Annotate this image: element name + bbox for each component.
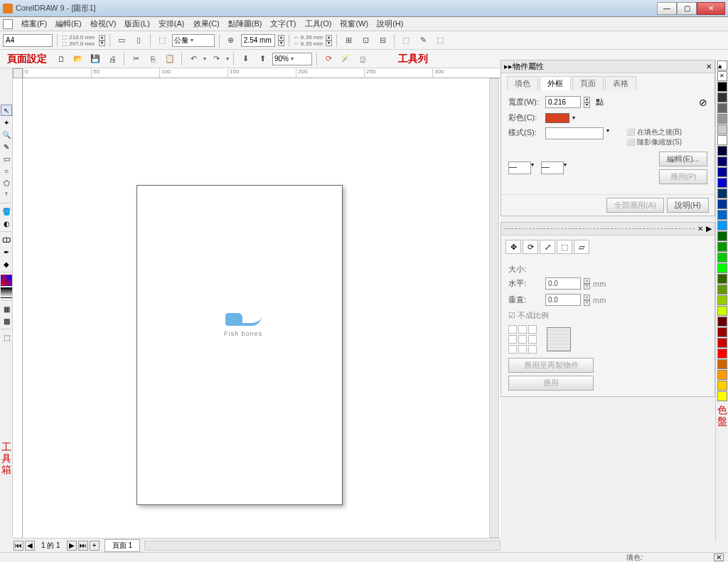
snap-button[interactable]: ⊡ xyxy=(358,33,373,48)
position-mode[interactable]: ✥ xyxy=(505,240,521,254)
h-input[interactable] xyxy=(545,277,581,290)
next-page-button[interactable]: ▶ xyxy=(67,541,77,551)
ruler-origin[interactable] xyxy=(13,68,23,78)
palette-swatch[interactable] xyxy=(717,146,727,156)
behind-fill-checkbox[interactable]: ⬜ 在填色之後(B) xyxy=(626,127,682,137)
palette-swatch[interactable] xyxy=(717,135,727,145)
v-spinner[interactable]: ▴▾ xyxy=(584,295,590,306)
palette-swatch[interactable]: ✕ xyxy=(717,71,727,81)
new-button[interactable]: 🗋 xyxy=(54,52,68,66)
palette-swatch[interactable] xyxy=(717,178,727,188)
copy-button[interactable]: ⎘ xyxy=(146,52,160,66)
minimize-button[interactable]: — xyxy=(657,2,677,15)
anchor-grid[interactable] xyxy=(508,325,537,354)
scale-checkbox[interactable]: ⬜ 隨影像縮放(S) xyxy=(626,137,682,147)
outline-width-input[interactable] xyxy=(545,96,581,108)
transform-titlebar[interactable]: ✕ ▶ xyxy=(501,223,714,235)
ruler-horizontal[interactable]: 050100 150200250300 xyxy=(23,68,500,78)
palette-swatch[interactable] xyxy=(717,327,727,337)
first-page-button[interactable]: ⏮ xyxy=(14,541,23,551)
interactive-trans-tool[interactable]: ◐ xyxy=(1,218,12,229)
palette-swatch[interactable] xyxy=(717,199,727,209)
misc1-button[interactable]: ⬚ xyxy=(399,33,413,48)
end-arrow-combo[interactable]: — xyxy=(541,161,564,174)
size-mode[interactable]: ⬚ xyxy=(557,240,572,254)
palette-swatch[interactable] xyxy=(717,317,727,327)
menu-layout[interactable]: 版面(L) xyxy=(120,17,154,31)
palette-swatch[interactable] xyxy=(717,349,727,359)
tab-table[interactable]: 表格 xyxy=(605,76,636,90)
palette-scroll-up[interactable]: ▴ xyxy=(717,60,727,70)
tab-outline[interactable]: 外框 xyxy=(540,76,571,90)
menu-help[interactable]: 說明(H) xyxy=(373,17,407,31)
scale-mode[interactable]: ⤢ xyxy=(540,240,555,254)
vertical-scrollbar[interactable] xyxy=(489,78,499,538)
landscape-button[interactable]: ▯ xyxy=(132,33,146,48)
menu-arrange[interactable]: 安排(A) xyxy=(154,17,189,31)
palette-swatch[interactable] xyxy=(717,306,727,316)
shape-tool[interactable]: ✦ xyxy=(1,117,12,128)
wizard-button[interactable]: 🪄 xyxy=(338,52,353,66)
palette-swatch[interactable] xyxy=(717,103,727,113)
ruler-vertical[interactable] xyxy=(13,78,23,538)
palette-swatch[interactable] xyxy=(717,295,727,305)
color-swatch-2[interactable] xyxy=(1,287,12,298)
menu-window[interactable]: 視窗(W) xyxy=(336,17,373,31)
misc2-button[interactable]: ✎ xyxy=(416,33,430,48)
palette-swatch[interactable] xyxy=(717,92,727,102)
refresh-button[interactable]: ⟳ xyxy=(321,52,336,66)
pattern-tool[interactable]: ▦ xyxy=(1,303,12,314)
interactive-fill-tool[interactable]: 🪣 xyxy=(1,206,12,217)
width-spinner[interactable]: ▴▾ xyxy=(584,97,590,108)
transform-close-icon[interactable]: ✕ xyxy=(697,225,703,233)
palette-swatch[interactable] xyxy=(717,82,727,92)
palette-swatch[interactable] xyxy=(717,124,727,134)
ellipse-tool[interactable]: ○ xyxy=(1,165,12,176)
proportional-checkbox[interactable]: ☑ 不成比例 xyxy=(508,310,549,321)
paste-button[interactable]: 📋 xyxy=(163,52,177,66)
open-button[interactable]: 📂 xyxy=(71,52,85,66)
docker-close-icon[interactable]: ✕ xyxy=(706,63,712,70)
maximize-button[interactable]: ▢ xyxy=(677,2,697,15)
texture-tool[interactable]: ▩ xyxy=(1,315,12,327)
last-page-button[interactable]: ⏭ xyxy=(78,541,88,551)
units-combo[interactable]: 公釐 xyxy=(172,34,215,47)
text-tool[interactable]: ᵀ xyxy=(1,189,12,201)
tab-fill[interactable]: 填色 xyxy=(507,76,538,90)
redo-button[interactable]: ↷ xyxy=(209,52,223,66)
transform-expand-icon[interactable]: ▶ xyxy=(706,224,712,233)
zoom-combo[interactable]: 90% xyxy=(272,53,312,65)
palette-swatch[interactable] xyxy=(717,210,727,220)
drawing-surface[interactable]: Fish bones xyxy=(23,78,500,538)
edit-button[interactable]: 編輯(E)... xyxy=(659,152,707,166)
add-page-button[interactable]: + xyxy=(90,541,100,551)
menu-text[interactable]: 文字(T) xyxy=(266,17,300,31)
tab-page[interactable]: 頁面 xyxy=(572,76,604,90)
apply-duplicate-button[interactable]: 應用至再製物件 xyxy=(508,358,594,373)
menu-edit[interactable]: 編輯(E) xyxy=(51,17,86,31)
menu-view[interactable]: 檢視(V) xyxy=(86,17,121,31)
pick-tool[interactable]: ↖ xyxy=(1,105,12,116)
menu-bitmap[interactable]: 點陣圖(B) xyxy=(224,17,267,31)
palette-swatch[interactable] xyxy=(717,253,727,263)
grid-button[interactable]: ⊞ xyxy=(341,33,355,48)
palette-swatch[interactable] xyxy=(717,381,727,391)
palette-swatch[interactable] xyxy=(717,189,727,198)
palette-swatch[interactable] xyxy=(717,242,727,252)
freehand-tool[interactable]: ✎ xyxy=(1,141,12,152)
import-button[interactable]: ⬇ xyxy=(238,52,252,66)
save-button[interactable]: 💾 xyxy=(88,52,102,66)
v-input[interactable] xyxy=(545,294,581,306)
rotate-mode[interactable]: ⟳ xyxy=(523,240,538,254)
apply-all-button[interactable]: 全部應用(A) xyxy=(606,198,664,213)
page-size-combo[interactable] xyxy=(3,34,53,47)
snap-spinner[interactable]: ▴▾ xyxy=(326,35,332,46)
palette-swatch[interactable] xyxy=(717,274,727,284)
horizontal-scrollbar[interactable] xyxy=(144,541,500,551)
extra-tool[interactable]: ⬚ xyxy=(1,332,12,343)
fill-tool[interactable]: ◆ xyxy=(1,258,12,270)
help-button[interactable]: 說明(H) xyxy=(667,198,709,213)
nudge-spinner[interactable]: ▴▾ xyxy=(278,35,284,46)
palette-swatch[interactable] xyxy=(717,157,727,166)
palette-swatch[interactable] xyxy=(717,231,727,241)
